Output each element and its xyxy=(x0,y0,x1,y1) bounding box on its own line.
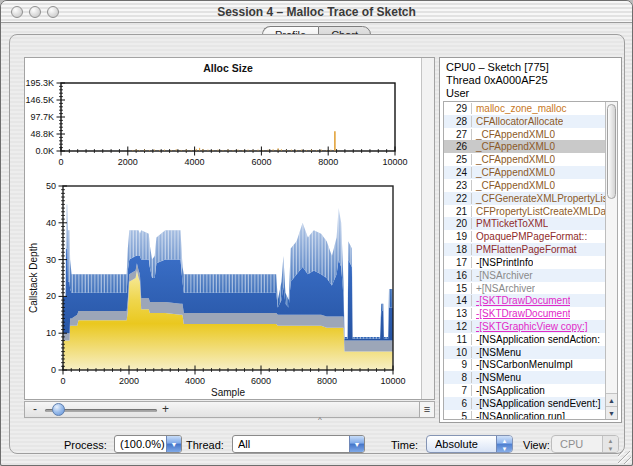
frame-index: 25 xyxy=(444,154,472,165)
svg-text:4000: 4000 xyxy=(185,157,205,167)
thread-combo[interactable]: All ▼ xyxy=(232,435,365,453)
frame-index: 7 xyxy=(444,385,472,396)
list-item[interactable]: 27_CFAppendXML0 xyxy=(444,128,605,141)
list-item[interactable]: 11-[NSApplication sendAction: xyxy=(444,333,605,346)
frame-symbol: PMTicketToXML xyxy=(472,218,548,229)
frame-symbol: CFAllocatorAllocate xyxy=(472,116,563,127)
frame-index: 8 xyxy=(444,372,472,383)
frame-index: 12 xyxy=(444,321,472,332)
frame-index: 26 xyxy=(444,141,472,152)
svg-text:0: 0 xyxy=(51,365,56,375)
view-popup[interactable]: CPU ▲▼ xyxy=(551,435,619,453)
svg-text:2000: 2000 xyxy=(118,157,138,167)
grid-icon[interactable]: ≡ xyxy=(419,402,434,417)
list-item[interactable]: 6-[NSApplication sendEvent:] xyxy=(444,397,605,410)
callstack-pane: CPU0 – Sketch [775] Thread 0xA000AF25 Us… xyxy=(439,57,622,423)
svg-text:195.3K: 195.3K xyxy=(25,78,54,88)
list-item[interactable]: 17-[NSPrintInfo xyxy=(444,256,605,269)
time-popup[interactable]: Absolute ▲▼ xyxy=(426,435,513,453)
frame-symbol: -[NSApplication run] xyxy=(472,411,565,419)
scrollbar-thumb[interactable] xyxy=(607,104,616,199)
list-item[interactable]: 14-[SKTDrawDocument xyxy=(444,294,605,307)
svg-text:Alloc Size: Alloc Size xyxy=(203,62,253,74)
list-item[interactable]: 22_CFGenerateXMLPropertyListT xyxy=(444,192,605,205)
stepper-arrows-icon[interactable]: ▲▼ xyxy=(496,436,512,452)
content-group-box: Alloc Size0.0K48.8K97.7K146.5K195.3K0200… xyxy=(9,34,625,454)
callstack-depth-chart[interactable]: 01020304050Callstack Depth02000400060008… xyxy=(25,175,421,401)
frame-index: 21 xyxy=(444,206,472,217)
list-item[interactable]: 16-[NSArchiver xyxy=(444,269,605,282)
resize-grip-icon[interactable] xyxy=(618,451,631,464)
scroll-up-icon[interactable]: ▲ xyxy=(606,393,617,406)
frame-symbol: OpaquePMPageFormat:: xyxy=(472,231,587,242)
list-item[interactable]: 13-[SKTDrawDocument xyxy=(444,307,605,320)
frame-index: 16 xyxy=(444,270,472,281)
svg-text:48.8K: 48.8K xyxy=(30,129,54,139)
dropdown-arrow-icon[interactable]: ▼ xyxy=(349,436,364,452)
window-title: Session 4 – Malloc Trace of Sketch xyxy=(1,1,632,23)
svg-text:50: 50 xyxy=(46,181,56,191)
frame-symbol: _CFAppendXML0 xyxy=(472,180,555,191)
vertical-scrollbar-track[interactable] xyxy=(421,58,434,399)
callstack-rows: 29malloc_zone_malloc28CFAllocatorAllocat… xyxy=(444,102,605,419)
frame-index: 27 xyxy=(444,129,472,140)
frame-index: 15 xyxy=(444,283,472,294)
zoom-in-button[interactable]: + xyxy=(162,402,169,417)
list-item[interactable]: 24_CFAppendXML0 xyxy=(444,166,605,179)
list-item[interactable]: 26_CFAppendXML0 xyxy=(444,140,605,153)
frame-symbol: -[NSApplication sendEvent:] xyxy=(472,398,601,409)
frame-index: 19 xyxy=(444,231,472,242)
svg-text:10: 10 xyxy=(46,328,56,338)
process-combo[interactable]: (100.0%) Sketch [775] ▼ xyxy=(114,435,182,453)
svg-text:0.0K: 0.0K xyxy=(35,146,54,156)
list-scrollbar[interactable]: ▲ ▼ xyxy=(605,102,617,419)
scroll-down-icon[interactable]: ▼ xyxy=(606,406,617,419)
frame-symbol: -[NSMenu xyxy=(472,372,521,383)
list-item[interactable]: 20PMTicketToXML xyxy=(444,217,605,230)
frame-symbol: -[SKTDrawDocument xyxy=(472,295,570,306)
time-label: Time: xyxy=(391,437,418,453)
list-item[interactable]: 23_CFAppendXML0 xyxy=(444,179,605,192)
splitter-handle-icon[interactable]: ^ xyxy=(313,416,327,424)
zoom-out-button[interactable]: - xyxy=(33,402,37,417)
svg-text:0: 0 xyxy=(60,376,65,386)
list-item[interactable]: 25_CFAppendXML0 xyxy=(444,153,605,166)
app-window: Session 4 – Malloc Trace of Sketch Profi… xyxy=(0,0,633,466)
dropdown-arrow-icon[interactable]: ▼ xyxy=(166,436,181,452)
frame-index: 17 xyxy=(444,257,472,268)
frame-symbol: _CFAppendXML0 xyxy=(472,141,555,152)
callstack-list: 29malloc_zone_malloc28CFAllocatorAllocat… xyxy=(443,101,618,420)
frame-symbol: _CFAppendXML0 xyxy=(472,129,555,140)
frame-symbol: -[SKTGraphicView copy:] xyxy=(472,321,588,332)
frame-symbol: _CFAppendXML0 xyxy=(472,167,555,178)
stepper-arrows-icon[interactable]: ▲▼ xyxy=(602,436,618,452)
svg-text:10000: 10000 xyxy=(382,157,407,167)
title-bar[interactable]: Session 4 – Malloc Trace of Sketch xyxy=(1,1,632,23)
frame-index: 18 xyxy=(444,244,472,255)
list-item[interactable]: 28CFAllocatorAllocate xyxy=(444,115,605,128)
process-value: (100.0%) Sketch [775] xyxy=(120,437,165,452)
list-item[interactable]: 7-[NSApplication xyxy=(444,384,605,397)
alloc-size-chart[interactable]: Alloc Size0.0K48.8K97.7K146.5K195.3K0200… xyxy=(25,58,421,175)
list-item[interactable]: 5-[NSApplication run] xyxy=(444,410,605,419)
list-item[interactable]: 29malloc_zone_malloc xyxy=(444,102,605,115)
list-item[interactable]: 18PMFlattenPageFormat xyxy=(444,243,605,256)
list-item[interactable]: 19OpaquePMPageFormat:: xyxy=(444,230,605,243)
callstack-header-line: Thread 0xA000AF25 xyxy=(446,74,621,87)
frame-symbol: _CFAppendXML0 xyxy=(472,154,555,165)
view-value: CPU xyxy=(560,437,600,452)
list-item[interactable]: 21CFPropertyListCreateXMLData xyxy=(444,205,605,218)
list-item[interactable]: 12-[SKTGraphicView copy:] xyxy=(444,320,605,333)
frame-symbol: -[NSApplication xyxy=(472,385,545,396)
frame-symbol: -[SKTDrawDocument xyxy=(472,308,570,319)
frame-index: 24 xyxy=(444,167,472,178)
list-item[interactable]: 15+[NSArchiver xyxy=(444,282,605,295)
svg-text:10000: 10000 xyxy=(380,376,405,386)
zoom-slider-knob[interactable] xyxy=(52,403,65,416)
list-item[interactable]: 9-[NSCarbonMenuImpl xyxy=(444,359,605,372)
list-item[interactable]: 10-[NSMenu xyxy=(444,346,605,359)
frame-symbol: _CFGenerateXMLPropertyListT xyxy=(472,193,605,204)
frame-index: 22 xyxy=(444,193,472,204)
svg-text:Sample: Sample xyxy=(211,387,245,398)
list-item[interactable]: 8-[NSMenu xyxy=(444,371,605,384)
